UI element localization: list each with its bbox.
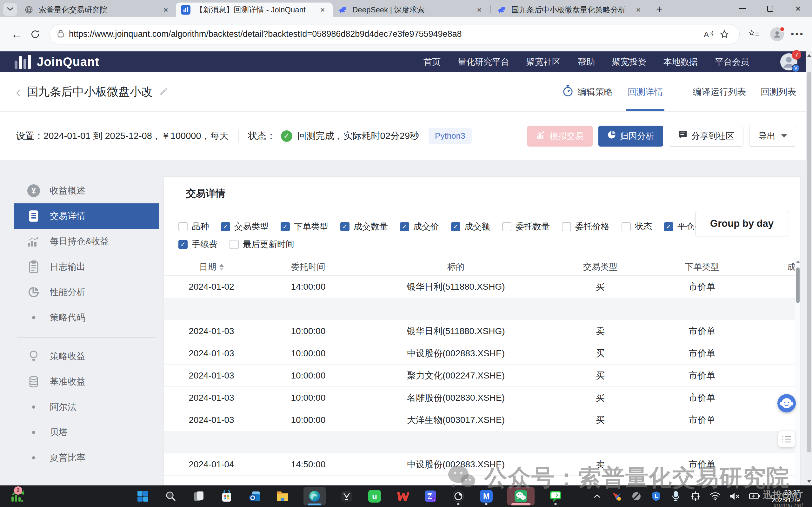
sidebar-item-strategy-code[interactable]: 策略代码 (14, 305, 159, 330)
start-button[interactable] (136, 487, 150, 505)
search-icon[interactable] (164, 487, 178, 505)
nav-help[interactable]: 帮助 (578, 56, 595, 68)
filter-order-price[interactable]: 委托价格 (562, 221, 609, 232)
close-icon[interactable]: × (161, 5, 171, 15)
filter-filled-price[interactable]: 成交价 (400, 221, 439, 232)
filter-order-type[interactable]: 下单类型 (281, 221, 328, 232)
microphone-icon[interactable] (670, 487, 682, 505)
sidebar-item-log-output[interactable]: 日志输出 (14, 254, 159, 280)
microsoft-store-icon[interactable] (220, 487, 234, 505)
v-app-tray-icon[interactable] (611, 487, 623, 505)
nav-research-platform[interactable]: 量化研究平台 (458, 56, 509, 68)
legion-app-icon[interactable] (340, 487, 354, 505)
tray-expand-icon[interactable] (591, 487, 603, 505)
task-view-icon[interactable] (192, 487, 206, 505)
attribution-analysis-button[interactable]: 归因分析 (598, 126, 663, 147)
checkbox-unchecked[interactable] (562, 222, 571, 231)
wechat-icon[interactable] (507, 487, 535, 505)
checkbox-unchecked[interactable] (178, 222, 187, 231)
wifi-icon[interactable] (709, 487, 721, 505)
scroll-up-arrow[interactable] (796, 261, 800, 263)
sidebar-item-trade-detail[interactable]: 交易详情 (14, 204, 159, 229)
l-shield-tray-icon[interactable] (650, 487, 662, 505)
url-field[interactable]: https://www.joinquant.com/algorithm/back… (50, 24, 740, 44)
volume-muted-icon[interactable] (729, 487, 741, 505)
filter-variety[interactable]: 品种 (178, 221, 209, 232)
read-aloud-icon[interactable]: A (701, 26, 716, 42)
no-sign-icon[interactable] (631, 487, 643, 505)
scroll-down-arrow[interactable] (807, 480, 811, 483)
close-icon[interactable]: × (633, 5, 643, 15)
file-explorer-icon[interactable] (276, 487, 289, 505)
nav-invest[interactable]: 聚宽投资 (612, 56, 646, 68)
nav-local-data[interactable]: 本地数据 (663, 56, 698, 68)
outlook-icon[interactable] (248, 487, 262, 505)
browser-profile-avatar[interactable] (770, 27, 784, 41)
browser-tab-sopu[interactable]: 索普量化交易研究院 × (19, 3, 176, 17)
browser-tab-deepseek[interactable]: DeepSeek | 深度求索 × (333, 3, 489, 17)
col-header-date[interactable]: 日期 (164, 261, 259, 273)
sidebar-item-performance[interactable]: 性能分析 (14, 280, 159, 305)
maximize-button[interactable] (756, 0, 784, 17)
back-button[interactable]: ← (8, 25, 26, 44)
nav-community[interactable]: 聚宽社区 (526, 56, 560, 68)
scrollbar-thumb[interactable] (807, 72, 811, 452)
checkbox-unchecked[interactable] (229, 240, 239, 249)
tab-backtest-list[interactable]: 回测列表 (761, 86, 796, 98)
share-to-community-button[interactable]: 分享到社区 (669, 126, 744, 147)
filter-filled-qty[interactable]: 成交数量 (340, 221, 388, 232)
crosshair-overlay-icon[interactable] (690, 487, 702, 505)
joinquant-logo-icon[interactable]: JoinQuant (15, 55, 99, 69)
checkbox-checked[interactable] (178, 240, 187, 249)
back-chevron-icon[interactable]: ‹ (16, 85, 21, 99)
obs-studio-icon[interactable] (451, 487, 465, 505)
checkbox-unchecked[interactable] (621, 222, 631, 231)
chat-app-icon[interactable] (548, 487, 562, 505)
tab-backtest-detail[interactable]: 回测详情 (628, 86, 663, 98)
sidebar-item-overview[interactable]: 收益概述 (14, 178, 159, 204)
filter-last-update[interactable]: 最后更新时间 (229, 239, 294, 250)
sidebar-item-alpha[interactable]: 阿尔法 (14, 394, 159, 420)
table-scrollbar[interactable] (795, 258, 800, 485)
sidebar-item-sharpe[interactable]: 夏普比率 (14, 445, 159, 470)
checkbox-unchecked[interactable] (502, 222, 511, 231)
edit-pencil-icon[interactable] (158, 87, 168, 97)
new-tab-button[interactable]: + (652, 2, 666, 16)
quick-list-button[interactable] (778, 431, 795, 447)
checkbox-checked[interactable] (221, 222, 230, 231)
export-button[interactable]: 导出 (749, 126, 796, 147)
close-icon[interactable]: × (474, 5, 484, 15)
scroll-up-arrow[interactable] (807, 54, 811, 57)
tab-compile-run-list[interactable]: 编译运行列表 (693, 86, 746, 98)
scrollbar-thumb[interactable] (796, 268, 800, 303)
favorites-list-icon[interactable] (745, 25, 763, 44)
tab-search-button[interactable] (3, 3, 17, 16)
ai-app-icon[interactable]: AI (424, 487, 437, 505)
customer-service-robot-button[interactable] (777, 394, 796, 412)
sidebar-item-beta[interactable]: 贝塔 (14, 420, 159, 445)
sidebar-item-strategy-returns[interactable]: 策略收益 (14, 344, 159, 369)
youdao-app-icon[interactable]: u (368, 487, 382, 505)
taskbar-clock[interactable]: 23:37 2025/12/9 (772, 489, 800, 504)
checkbox-checked[interactable] (281, 222, 290, 231)
filter-filled-amount[interactable]: 成交额 (451, 221, 490, 232)
filter-trade-type[interactable]: 交易类型 (221, 221, 269, 232)
checkbox-checked[interactable] (451, 222, 460, 231)
nav-membership[interactable]: 平台会员 (715, 56, 749, 68)
favorite-star-icon[interactable] (716, 26, 732, 42)
filter-order-qty[interactable]: 委托数量 (502, 221, 550, 232)
edge-icon[interactable] (304, 487, 326, 505)
checkbox-checked[interactable] (664, 222, 673, 231)
page-scrollbar[interactable] (806, 51, 812, 486)
nav-home[interactable]: 首页 (424, 56, 441, 68)
sidebar-item-benchmark-returns[interactable]: 基准收益 (14, 369, 159, 394)
batt-power-icon[interactable] (749, 487, 761, 505)
wps-office-icon[interactable] (395, 487, 410, 505)
tab-edit-strategy[interactable]: 编辑策略 (562, 85, 613, 99)
sort-icon[interactable] (219, 264, 224, 271)
sidebar-item-daily-positions[interactable]: 每日持仓&收益 (14, 229, 159, 254)
group-by-day-button[interactable]: Group by day (696, 211, 788, 236)
close-window-button[interactable]: × (784, 0, 812, 17)
user-avatar[interactable]: 7 V (780, 53, 797, 70)
minimize-button[interactable] (728, 0, 756, 17)
